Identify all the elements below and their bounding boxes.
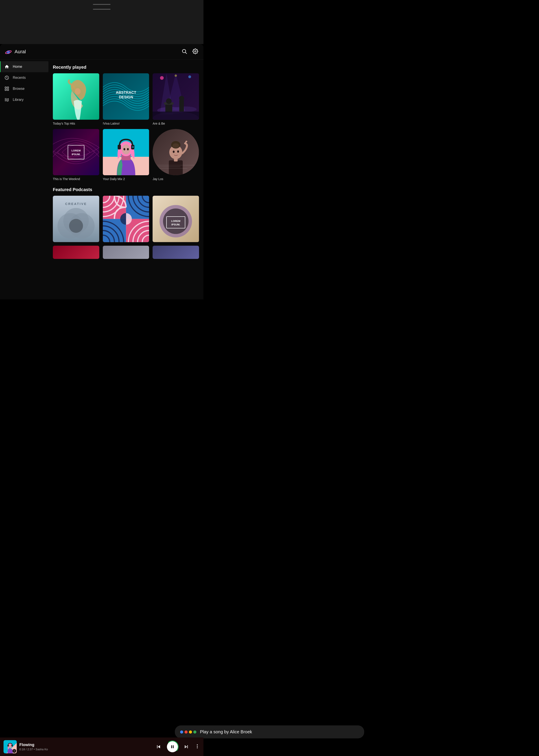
app-logo-icon: ♪ <box>4 48 12 56</box>
podcast-card-geometric[interactable] <box>103 196 149 242</box>
recents-icon <box>4 75 9 80</box>
sidebar-item-browse[interactable]: Browse <box>0 83 48 94</box>
album-card-are-be[interactable]: Are & Be <box>153 73 199 125</box>
podcast-card-creative[interactable]: CREATIVE <box>53 196 99 242</box>
svg-point-44 <box>122 144 130 154</box>
settings-button[interactable] <box>192 47 199 56</box>
svg-point-69 <box>69 219 83 233</box>
svg-rect-8 <box>5 87 6 88</box>
svg-rect-37 <box>53 129 99 176</box>
home-icon <box>4 64 9 69</box>
album-art-viva-latino: ABSTRACT DESIGN <box>103 73 149 120</box>
svg-rect-61 <box>157 165 194 165</box>
sidebar-item-home[interactable]: Home <box>0 61 48 72</box>
sidebar-item-library[interactable]: Library <box>0 94 48 105</box>
svg-text:IPSUM.: IPSUM. <box>72 153 80 156</box>
featured-podcasts-title: Featured Podcasts <box>53 187 199 192</box>
svg-rect-9 <box>5 89 6 91</box>
album-card-viva-latino[interactable]: ABSTRACT DESIGN !Viva Latino! <box>103 73 149 125</box>
podcast-art-geometric <box>103 196 149 242</box>
svg-point-58 <box>177 150 179 153</box>
svg-rect-11 <box>7 89 9 91</box>
svg-text:♪: ♪ <box>8 51 9 54</box>
svg-line-5 <box>186 52 187 54</box>
album-card-weeknd[interactable]: LOREM IPSUM. This is The Weeknd <box>53 129 99 181</box>
svg-rect-52 <box>169 160 183 175</box>
album-label-are-be: Are & Be <box>153 122 165 125</box>
sidebar-label-recents: Recents <box>13 76 26 80</box>
partial-album-2[interactable] <box>103 246 149 259</box>
drag-handle <box>0 0 203 7</box>
bottom-partial-albums <box>53 246 199 259</box>
album-label-top-hits: Today's Top Hits <box>53 122 75 125</box>
svg-rect-45 <box>117 145 121 149</box>
svg-point-48 <box>123 148 125 150</box>
partial-album-3[interactable] <box>153 246 199 259</box>
svg-rect-63 <box>157 168 188 169</box>
svg-point-56 <box>173 143 179 148</box>
album-label-weeknd: This is The Weeknd <box>53 177 80 181</box>
logo-area: ♪ Aural <box>4 48 181 56</box>
podcast-grid: CREATIVE <box>53 196 199 242</box>
main-layout: Home Recents <box>0 59 203 299</box>
partial-album-1[interactable] <box>53 246 99 259</box>
app-title: Aural <box>15 49 26 55</box>
album-art-top-hits <box>53 73 99 120</box>
album-label-jay-los: Jay Los <box>153 177 163 181</box>
svg-text:DESIGN: DESIGN <box>119 95 133 99</box>
svg-rect-27 <box>165 104 172 113</box>
sidebar-item-recents[interactable]: Recents <box>0 72 48 83</box>
podcast-art-lorem: LOREM IPSUM. <box>153 196 199 242</box>
album-card-daily-mix[interactable]: H Your Daily Mix 2 <box>103 129 149 181</box>
background-overlay <box>0 0 203 44</box>
podcast-card-lorem[interactable]: LOREM IPSUM. <box>153 196 199 242</box>
svg-point-35 <box>189 75 191 78</box>
album-art-weeknd: LOREM IPSUM. <box>53 129 99 176</box>
recently-played-grid: Today's Top Hits <box>53 73 199 181</box>
album-card-top-hits[interactable]: Today's Top Hits <box>53 73 99 125</box>
svg-point-34 <box>160 76 164 80</box>
svg-text:IPSUM.: IPSUM. <box>172 223 180 226</box>
podcast-art-creative: CREATIVE <box>53 196 99 242</box>
gear-icon <box>193 48 198 54</box>
album-card-jay-los[interactable]: Jay Los <box>153 129 199 181</box>
svg-rect-30 <box>179 100 184 112</box>
library-icon <box>4 97 9 102</box>
app-container: ♪ Aural <box>0 44 203 299</box>
svg-text:LOREM: LOREM <box>71 149 81 152</box>
svg-point-49 <box>127 148 128 150</box>
album-art-are-be <box>153 73 199 120</box>
browse-icon <box>4 86 9 91</box>
album-label-viva-latino: !Viva Latino! <box>103 122 120 125</box>
sidebar-label-browse: Browse <box>13 87 25 91</box>
recently-played-title: Recently played <box>53 65 199 70</box>
svg-point-57 <box>173 151 175 153</box>
svg-point-6 <box>194 51 196 52</box>
sidebar-label-library: Library <box>13 98 24 102</box>
sidebar: Home Recents <box>0 59 48 299</box>
app-header: ♪ Aural <box>0 44 203 59</box>
svg-rect-33 <box>153 112 199 120</box>
svg-point-31 <box>179 96 184 101</box>
main-content: Recently played <box>48 59 203 299</box>
album-label-daily-mix: Your Daily Mix 2 <box>103 177 125 181</box>
svg-text:H: H <box>132 146 134 148</box>
svg-rect-62 <box>157 167 180 167</box>
header-actions <box>181 47 199 56</box>
album-art-jay-los <box>153 129 199 176</box>
sidebar-label-home: Home <box>13 65 22 69</box>
svg-text:LOREM: LOREM <box>171 220 181 222</box>
svg-point-20 <box>75 88 80 95</box>
svg-text:ABSTRACT: ABSTRACT <box>116 91 136 95</box>
svg-point-29 <box>166 99 172 104</box>
album-art-daily-mix: H <box>103 129 149 176</box>
search-button[interactable] <box>181 47 188 56</box>
svg-text:CREATIVE: CREATIVE <box>65 202 87 206</box>
svg-point-36 <box>175 74 177 77</box>
search-icon <box>182 48 187 54</box>
svg-rect-10 <box>7 87 9 88</box>
